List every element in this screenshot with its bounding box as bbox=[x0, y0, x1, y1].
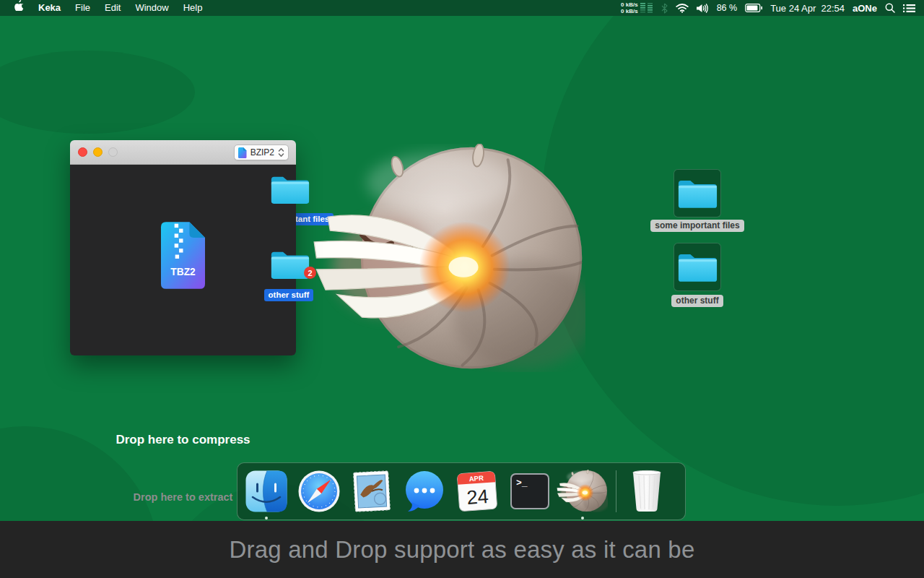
close-button[interactable] bbox=[78, 147, 87, 157]
wallpaper-circle bbox=[541, 0, 924, 506]
compress-hint: Drop here to compress bbox=[70, 433, 296, 447]
dragged-folder-2[interactable] bbox=[269, 247, 310, 283]
keka-window: BZIP2 TBZ2 Drop here to compress Drop he… bbox=[70, 140, 296, 355]
tbz2-file-icon: TBZ2 bbox=[160, 221, 206, 290]
battery-icon[interactable] bbox=[745, 4, 762, 12]
wifi-icon[interactable] bbox=[676, 4, 689, 13]
minimize-button[interactable] bbox=[93, 147, 103, 157]
dock-mail[interactable] bbox=[350, 470, 393, 513]
menu-keka[interactable]: Keka bbox=[31, 0, 68, 16]
wallpaper-circle bbox=[0, 51, 195, 134]
trash-icon bbox=[628, 470, 666, 513]
safari-icon bbox=[297, 470, 341, 513]
dragged-folder-1[interactable] bbox=[269, 172, 310, 208]
notification-center-icon[interactable] bbox=[903, 4, 915, 13]
drag-count-badge: 2 bbox=[304, 267, 316, 279]
format-file-icon bbox=[238, 147, 247, 158]
desktop: Keka File Edit Window Help 0 kB/s0 kB/s … bbox=[0, 0, 924, 578]
dock-divider bbox=[616, 470, 616, 512]
volume-icon[interactable] bbox=[697, 4, 709, 13]
calendar-month: APR bbox=[468, 474, 484, 483]
keka-dock-icon bbox=[557, 470, 608, 512]
dock-keka[interactable] bbox=[561, 470, 604, 513]
terminal-prompt: >_ bbox=[516, 478, 528, 488]
caption-bar: Drag and Drop support as easy as it can … bbox=[0, 521, 924, 578]
menu-extra-app[interactable]: aONe bbox=[853, 3, 877, 14]
folder-icon bbox=[269, 172, 310, 205]
network-meter-icon bbox=[640, 2, 653, 14]
dock-messages[interactable] bbox=[403, 470, 446, 513]
menu-clock[interactable]: Tue 24 Apr 22:54 bbox=[770, 3, 845, 14]
terminal-icon: >_ bbox=[508, 470, 552, 513]
extract-hint: Drop here to extract bbox=[70, 491, 296, 503]
battery-percent: 86 % bbox=[717, 3, 738, 13]
dock-safari[interactable] bbox=[297, 470, 341, 513]
net-down-label: 0 kB/s bbox=[621, 8, 638, 14]
apple-menu[interactable] bbox=[7, 0, 31, 16]
window-titlebar[interactable]: BZIP2 bbox=[70, 140, 296, 165]
dock: APR 24 >_ bbox=[237, 462, 686, 520]
format-label: BZIP2 bbox=[250, 147, 274, 158]
running-indicator bbox=[265, 517, 268, 519]
caption-text: Drag and Drop support as easy as it can … bbox=[230, 536, 695, 564]
menu-file[interactable]: File bbox=[68, 0, 97, 16]
mail-icon bbox=[349, 468, 394, 514]
folder-icon bbox=[676, 176, 718, 210]
keka-mascot-illustration bbox=[312, 144, 585, 372]
spotlight-search-icon[interactable] bbox=[885, 3, 895, 13]
format-dropdown[interactable]: BZIP2 bbox=[234, 144, 289, 160]
desktop-folder-2-label: other stuff bbox=[625, 293, 770, 307]
calendar-icon: APR 24 bbox=[454, 468, 500, 514]
zoom-button bbox=[108, 147, 118, 157]
menu-help[interactable]: Help bbox=[176, 0, 210, 16]
network-monitor[interactable]: 0 kB/s0 kB/s bbox=[621, 1, 653, 14]
dragged-folder-2-label: other stuff bbox=[217, 288, 361, 301]
dock-trash[interactable] bbox=[628, 470, 666, 513]
drop-zone-compress[interactable]: TBZ2 Drop here to compress Drop here to … bbox=[70, 165, 296, 355]
menu-window[interactable]: Window bbox=[128, 0, 175, 16]
dock-terminal[interactable]: >_ bbox=[508, 470, 552, 513]
menu-edit[interactable]: Edit bbox=[97, 0, 128, 16]
calendar-day: 24 bbox=[466, 486, 489, 509]
dock-calendar[interactable]: APR 24 bbox=[456, 470, 499, 513]
tbz2-label: TBZ2 bbox=[170, 267, 196, 277]
running-indicator bbox=[581, 517, 584, 519]
menu-bar: Keka File Edit Window Help 0 kB/s0 kB/s … bbox=[0, 0, 924, 16]
apple-icon bbox=[14, 0, 24, 11]
folder-icon bbox=[676, 249, 718, 283]
messages-icon bbox=[403, 470, 446, 513]
desktop-folder-1-label: some important files bbox=[625, 218, 770, 232]
net-up-label: 0 kB/s bbox=[621, 1, 638, 8]
stepper-chevrons-icon bbox=[278, 147, 284, 158]
bluetooth-icon[interactable] bbox=[661, 3, 668, 14]
